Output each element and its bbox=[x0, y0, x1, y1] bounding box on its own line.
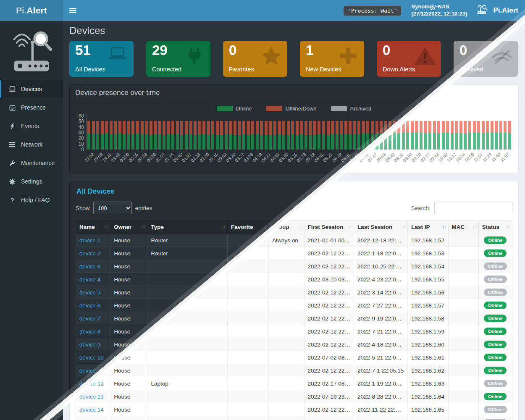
cell-mac bbox=[448, 325, 478, 338]
cell-last_session: 2022-1-19 22:05.30 bbox=[354, 377, 407, 390]
x-axis-ticks: 22:5223:0923:2623:4300:0000:1600:3300:50… bbox=[87, 150, 512, 169]
chart-bar bbox=[300, 121, 303, 150]
laptop-icon bbox=[8, 86, 16, 92]
main-content: Devices 51 All Devices 29 Connected bbox=[63, 21, 525, 420]
sidebar-item-devices[interactable]: Devices bbox=[0, 80, 63, 98]
card-archived[interactable]: 0 Archived bbox=[454, 41, 518, 77]
laptop-icon bbox=[105, 46, 130, 68]
cell-owner: House bbox=[110, 390, 147, 403]
header-brand-link[interactable]: Pi.Alert bbox=[477, 4, 518, 17]
table-row: device 3House2022-02-12 22:052022-10-25 … bbox=[76, 260, 512, 273]
cell-type: Router bbox=[147, 247, 228, 260]
chart-bar bbox=[336, 121, 339, 150]
cell-owner: House bbox=[110, 403, 147, 416]
column-header-last_session[interactable]: Last Session↓↑ bbox=[354, 220, 407, 234]
card-connected[interactable]: 29 Connected bbox=[146, 41, 210, 77]
table-row: device 5House2022-02-12 22:052022-3-14 2… bbox=[76, 286, 512, 299]
cell-type bbox=[147, 416, 228, 420]
device-link[interactable]: device 9 bbox=[79, 341, 100, 348]
device-link[interactable]: device 12 bbox=[79, 381, 104, 387]
cell-favorite bbox=[228, 403, 269, 416]
card-down-alerts[interactable]: 0 Down Alerts bbox=[377, 41, 441, 77]
sidebar: Devices Presence Events Network bbox=[0, 21, 63, 420]
device-link[interactable]: device 7 bbox=[79, 315, 100, 322]
status-badge: Offline bbox=[484, 289, 507, 296]
cell-first_session: 2022-02-12 22:05 bbox=[304, 286, 354, 299]
device-link[interactable]: device 3 bbox=[79, 263, 100, 270]
column-header-first_session[interactable]: First Session↓↑ bbox=[304, 220, 354, 234]
card-new-devices[interactable]: 1 New Devices bbox=[300, 41, 364, 77]
nas-timestamp: (27/12/2022, 12:10:23) bbox=[411, 10, 467, 18]
column-header-owner[interactable]: Owner↓↑ bbox=[110, 220, 147, 234]
sidebar-item-events[interactable]: Events bbox=[0, 117, 63, 135]
card-value: 1 bbox=[306, 42, 313, 58]
status-badge: Online bbox=[484, 249, 507, 257]
chart-bar bbox=[304, 121, 307, 150]
sidebar-item-settings[interactable]: Settings bbox=[0, 172, 63, 191]
cell-name: device 4 bbox=[76, 273, 110, 286]
card-label: Favorites bbox=[229, 66, 254, 73]
screenshot-stage: Pi.Alert "Process: Wait" Synology-NAS (2… bbox=[0, 0, 525, 420]
device-link[interactable]: device 10 bbox=[79, 354, 104, 361]
cell-last_ip: 192.168.1.63 bbox=[408, 377, 448, 390]
sidebar-item-presence[interactable]: Presence bbox=[0, 98, 63, 117]
cell-group bbox=[269, 286, 304, 299]
chart-bar bbox=[101, 121, 104, 150]
cell-type bbox=[147, 338, 228, 351]
legend-swatch-online bbox=[217, 106, 233, 111]
chart-bar bbox=[158, 121, 161, 150]
column-header-favorite[interactable]: Favorite↓↑ bbox=[228, 220, 269, 234]
cell-type bbox=[147, 403, 228, 416]
cell-owner: House bbox=[110, 247, 147, 260]
column-header-type[interactable]: Type↓↑ bbox=[147, 220, 228, 234]
cell-favorite bbox=[228, 312, 269, 325]
device-link[interactable]: device 1 bbox=[79, 237, 100, 244]
sidebar-toggle-hamburger-icon[interactable] bbox=[63, 0, 82, 21]
device-link[interactable]: device 14 bbox=[79, 407, 104, 413]
router-scan-icon bbox=[477, 4, 490, 17]
card-all-devices[interactable]: 51 All Devices bbox=[69, 41, 134, 77]
chart-panel-title: Device presence over time bbox=[70, 85, 518, 101]
column-header-name[interactable]: Name↓↑ bbox=[76, 220, 110, 234]
device-link[interactable]: device 6 bbox=[79, 302, 100, 309]
device-link[interactable]: device 8 bbox=[79, 328, 100, 335]
cell-group bbox=[269, 351, 304, 364]
status-badge: Online bbox=[484, 315, 507, 322]
cell-group bbox=[269, 312, 304, 325]
device-link[interactable]: device 13 bbox=[79, 394, 104, 400]
chart-bar bbox=[313, 121, 316, 150]
column-header-mac[interactable]: MAC↓↑ bbox=[448, 220, 478, 234]
sidebar-item-network[interactable]: Network bbox=[0, 135, 63, 154]
table-title: All Devices bbox=[76, 187, 512, 196]
sort-icon: ↓↑ bbox=[221, 224, 225, 230]
search-input[interactable] bbox=[434, 202, 512, 214]
sidebar-item-help[interactable]: ? Help / FAQ bbox=[0, 191, 63, 209]
cell-first_session: 2022-03-10 03:55 bbox=[304, 273, 354, 286]
device-link[interactable]: device 4 bbox=[79, 276, 100, 283]
app-logo-link[interactable]: Pi.Alert bbox=[0, 0, 63, 21]
column-header-group[interactable]: Group↓↑ bbox=[269, 220, 304, 234]
cell-mac bbox=[448, 377, 478, 390]
column-header-last_ip[interactable]: Last IP↓↑ bbox=[408, 220, 448, 234]
page-length-select[interactable]: 100 bbox=[93, 202, 132, 214]
cell-first_session: 2022-07-19 23:45 bbox=[304, 390, 354, 403]
search-label: Search: bbox=[411, 205, 430, 211]
sidebar-item-label: Settings bbox=[21, 178, 42, 185]
cell-mac bbox=[448, 273, 478, 286]
cell-favorite bbox=[228, 247, 269, 260]
device-link[interactable]: device 11 bbox=[79, 368, 103, 374]
cell-owner: House bbox=[110, 273, 147, 286]
chart-bar bbox=[349, 121, 352, 150]
device-link[interactable]: device 5 bbox=[79, 289, 100, 296]
card-favorites[interactable]: 0 Favorites bbox=[223, 41, 287, 77]
column-header-status[interactable]: Status↓↑ bbox=[478, 220, 512, 234]
cell-first_session: 2022-07-02 08:15 bbox=[304, 351, 354, 364]
cell-first_session: 2022-02-17 08:05 bbox=[304, 377, 354, 390]
cell-group bbox=[269, 377, 304, 390]
chart-bar bbox=[464, 121, 467, 150]
sidebar-item-maintenance[interactable]: Maintenance bbox=[0, 154, 63, 172]
chart-bar bbox=[388, 121, 391, 150]
cell-status: Offline bbox=[478, 416, 512, 420]
chart-bar bbox=[150, 121, 152, 150]
device-link[interactable]: device 2 bbox=[79, 250, 100, 257]
